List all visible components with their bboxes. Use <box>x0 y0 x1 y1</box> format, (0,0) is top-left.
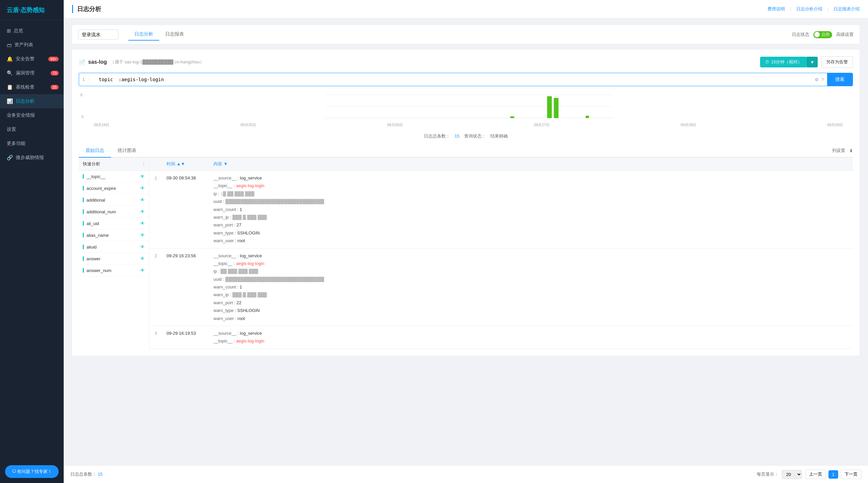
settings-icon[interactable]: ⚙ <box>815 77 819 82</box>
quick-item-alias-name-eye[interactable]: 👁 <box>140 232 145 238</box>
help-icon[interactable]: ? <box>822 77 824 82</box>
x-label-2: 09月26日 <box>387 122 403 127</box>
log-total: 15 <box>455 134 459 139</box>
quick-item-topic-name: __topic__ <box>87 174 140 179</box>
quick-item-account-expire: account_expire 👁 <box>79 182 149 194</box>
link-report[interactable]: 日志报表介绍 <box>834 6 860 12</box>
sidebar-item-assets[interactable]: 🗃 资产列表 <box>0 38 64 52</box>
assets-icon: 🗃 <box>7 42 12 48</box>
per-page-select[interactable]: 20 50 100 <box>782 470 802 479</box>
sidebar-label-logs: 日志分析 <box>16 98 34 104</box>
status-toggle[interactable]: 启用 <box>813 31 832 38</box>
sidebar-item-more[interactable]: 更多功能 <box>0 137 64 151</box>
col-num <box>149 158 162 171</box>
baseline-badge: 25 <box>51 85 59 90</box>
quick-item-answer-eye[interactable]: 👁 <box>140 256 145 261</box>
sidebar-item-settings[interactable]: 设置 <box>0 122 64 137</box>
table-header-row: 时间 ▲▼ 内容 ▼ <box>149 158 853 171</box>
search-icons: ⚙ ? <box>811 77 827 82</box>
toggle-circle <box>814 32 820 37</box>
log-table: 时间 ▲▼ 内容 ▼ 1 09-30 09:54:38 <box>149 158 853 349</box>
vulns-badge: 73 <box>51 71 59 76</box>
search-input[interactable] <box>89 74 811 86</box>
topbar-links: 费用说明 日志分析介绍 日志报表介绍 <box>768 6 860 12</box>
search-line-number: 1 <box>79 77 89 82</box>
log-source-select[interactable]: 登录流水 网络流量 进程快照 DNS日志 <box>78 30 118 39</box>
tab-report[interactable]: 日志报表 <box>159 29 190 40</box>
alerts-badge: 99+ <box>48 57 59 61</box>
download-icon[interactable]: ⬇ <box>849 148 853 153</box>
quick-item-topic-eye[interactable]: 👁 <box>140 174 145 179</box>
main-tabs: 日志分析 日志报表 <box>128 29 190 40</box>
sidebar-item-vulns[interactable]: 🔍 漏洞管理 73 <box>0 66 64 80</box>
sidebar-item-baseline[interactable]: 📋 基线检查 25 <box>0 80 64 94</box>
next-page-btn[interactable]: 下一页 <box>841 470 861 479</box>
col-content[interactable]: 内容 ▼ <box>210 158 853 171</box>
quick-item-answer-name: answer <box>87 256 140 261</box>
quick-item-additional-eye[interactable]: 👁 <box>140 197 145 203</box>
time-range-button[interactable]: ⏱ 15分钟（相对） <box>760 57 807 67</box>
chart-y-min: 0 <box>82 115 84 119</box>
footer-total-label: 日志总条数： <box>70 472 96 477</box>
expert-button[interactable]: 🗨 有问题？找专家！ <box>5 465 59 478</box>
col-time[interactable]: 时间 ▲▼ <box>162 158 210 171</box>
sidebar-item-alerts[interactable]: 🔔 安全告警 99+ <box>0 52 64 66</box>
log-table-area: 快速分析 〈 __topic__ 👁 account_expire 👁 <box>79 158 853 349</box>
column-settings-btn[interactable]: 列设置 <box>832 148 845 153</box>
log-content-area: 时间 ▲▼ 内容 ▼ 1 09-30 09:54:38 <box>149 158 853 349</box>
row-time-1: 09-30 09:54:38 <box>162 171 210 249</box>
sidebar-item-threat[interactable]: 🔗 微步威胁情报 <box>0 151 64 165</box>
row-num-3: 3 <box>149 326 162 349</box>
quick-item-aliuid-eye[interactable]: 👁 <box>140 244 145 250</box>
advanced-settings-btn[interactable]: 高级设置 <box>836 31 854 37</box>
table-row: 3 09-29 16:19:53 __source__ : log_servic… <box>149 326 853 349</box>
quick-item-additional: additional 👁 <box>79 194 149 206</box>
search-button[interactable]: 搜索 <box>827 73 852 86</box>
quick-item-additional-num-eye[interactable]: 👁 <box>140 209 145 214</box>
link-intro[interactable]: 日志分析介绍 <box>796 6 829 12</box>
quick-item-account-expire-eye[interactable]: 👁 <box>140 186 145 191</box>
quick-item-ali-uid-eye[interactable]: 👁 <box>140 221 145 226</box>
prev-page-btn[interactable]: 上一页 <box>805 470 826 479</box>
chart-bar <box>586 116 589 118</box>
quick-item-ali-uid: ali_uid 👁 <box>79 218 149 229</box>
chart-x-labels: 09月24日 09月25日 09月26日 09月27日 09月28日 09月29… <box>87 122 849 127</box>
tab-chart-stats[interactable]: 统计图表 <box>111 144 143 158</box>
row-content-1: __source__ : log_service __topic__ : aeg… <box>210 171 853 249</box>
x-label-0: 09月24日 <box>94 122 109 127</box>
quick-item-topic: __topic__ 👁 <box>79 171 149 182</box>
chart-y-max: 8 <box>81 93 83 97</box>
sidebar-nav: ⊞ 总览 🗃 资产列表 🔔 安全告警 99+ 🔍 漏洞管理 73 📋 基线检查 … <box>0 21 64 460</box>
chart-bar <box>554 98 559 118</box>
log-query-status: 结果精确 <box>490 134 508 139</box>
time-dropdown-btn[interactable]: ▼ <box>807 57 818 67</box>
tab-analysis[interactable]: 日志分析 <box>128 29 159 40</box>
link-cost[interactable]: 费用说明 <box>768 6 791 12</box>
tab-raw-log[interactable]: 原始日志 <box>79 144 111 158</box>
log-stats: 日志总条数： 15 查询状态： 结果精确 <box>79 133 853 139</box>
main-content: 登录流水 网络流量 进程快照 DNS日志 日志分析 日志报表 日志状态 启用 <box>64 19 868 465</box>
quick-item-aliuid-name: aliuid <box>87 245 140 250</box>
table-row: 2 09-29 16:23:56 __source__ : log_servic… <box>149 248 853 326</box>
inner-tab-actions: 列设置 ⬇ <box>832 148 853 153</box>
save-alert-button[interactable]: 另存为告警 <box>821 56 853 68</box>
quick-item-answer-num-eye[interactable]: 👁 <box>140 268 145 273</box>
toggle-label: 启用 <box>822 32 830 37</box>
sas-log-actions: ⏱ 15分钟（相对） ▼ 另存为告警 <box>760 56 853 68</box>
sidebar-label-alerts: 安全告警 <box>16 56 34 62</box>
sidebar-item-overview[interactable]: ⊞ 总览 <box>0 24 64 38</box>
quick-item-answer-num-name: answer_num <box>87 268 140 273</box>
quick-item-additional-num-name: additional_num <box>87 209 140 214</box>
topbar: 日志分析 费用说明 日志分析介绍 日志报表介绍 <box>64 0 868 19</box>
quick-item-aliuid: aliuid 👁 <box>79 241 149 253</box>
quick-panel-collapse[interactable]: 〈 <box>141 161 145 167</box>
footer-total-num: 15 <box>98 472 102 477</box>
current-page-btn[interactable]: 1 <box>829 470 838 479</box>
sas-log-icon: 📄 <box>79 59 86 65</box>
log-content-3: __source__ : log_service __topic__ : aeg… <box>214 330 849 345</box>
quick-item-answer-num: answer_num 👁 <box>79 265 149 276</box>
sidebar-item-biz-intel[interactable]: 业务安全情报 <box>0 108 64 122</box>
sidebar-item-logs[interactable]: 📊 日志分析 <box>0 94 64 108</box>
table-footer: 日志总条数： 15 每页显示： 20 50 100 上一页 1 下一页 <box>64 465 868 483</box>
page-title: 日志分析 <box>72 5 101 13</box>
